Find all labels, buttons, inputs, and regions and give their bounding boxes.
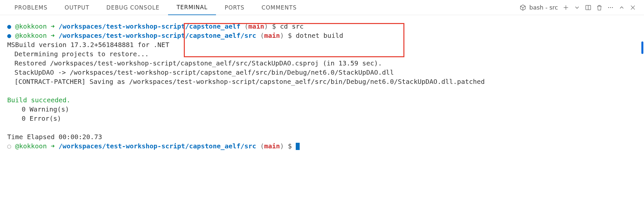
git-branch: main	[248, 22, 264, 30]
new-terminal-icon[interactable]	[563, 4, 569, 11]
paren-close: )	[280, 142, 284, 150]
prompt-arrow-icon: ➜	[51, 22, 54, 30]
paren-open: (	[245, 22, 248, 30]
trash-icon[interactable]	[596, 4, 603, 11]
status-dot-icon: ●	[7, 22, 11, 30]
prompt-user: @kokkoon	[15, 142, 47, 150]
prompt-path: /workspaces/test-workshop-script/capston…	[59, 22, 241, 30]
output-line: StackUpDAO -> /workspaces/test-workshop-…	[7, 68, 639, 77]
status-dot-icon: ●	[7, 32, 11, 39]
git-branch: main	[264, 142, 280, 150]
close-icon[interactable]	[630, 4, 636, 11]
output-line: 0 Error(s)	[7, 114, 639, 123]
svg-point-2	[610, 7, 611, 8]
tab-debug-console[interactable]: DEBUG CONSOLE	[98, 0, 168, 15]
prompt-dollar: $	[288, 142, 292, 150]
blank-line	[7, 86, 639, 95]
prompt-arrow-icon: ➜	[51, 32, 54, 39]
prompt-line-3: ○ @kokkoon ➜ /workspaces/test-workshop-s…	[7, 141, 639, 151]
output-line: MSBuild version 17.3.2+561848881 for .NE…	[7, 40, 639, 49]
terminal-toolbar: bash - src	[520, 4, 638, 11]
cube-icon	[520, 4, 526, 11]
prompt-arrow-icon: ➜	[51, 142, 54, 150]
tab-problems[interactable]: PROBLEMS	[6, 0, 56, 15]
output-line: 0 Warning(s)	[7, 105, 639, 114]
prompt-path: /workspaces/test-workshop-script/capston…	[59, 32, 256, 39]
prompt-dollar: $	[272, 22, 276, 30]
more-icon[interactable]	[607, 4, 614, 11]
chevron-down-icon[interactable]	[574, 4, 580, 11]
shell-picker[interactable]: bash - src	[520, 4, 558, 11]
prompt-path: /workspaces/test-workshop-script/capston…	[59, 142, 256, 150]
output-line: Time Elapsed 00:00:20.73	[7, 132, 639, 141]
shell-label: bash - src	[529, 4, 558, 11]
output-line: Determining projects to restore...	[7, 49, 639, 59]
status-dot-open-icon: ○	[7, 142, 11, 150]
tab-ports[interactable]: PORTS	[216, 0, 253, 15]
output-success: Build succeeded.	[7, 95, 639, 105]
paren-close: )	[264, 22, 268, 30]
prompt-user: @kokkoon	[15, 22, 47, 30]
git-branch: main	[264, 32, 280, 39]
paren-open: (	[260, 142, 264, 150]
prompt-line-2: ● @kokkoon ➜ /workspaces/test-workshop-s…	[7, 31, 639, 40]
split-terminal-icon[interactable]	[585, 4, 591, 11]
scrollbar-marker	[641, 41, 643, 54]
svg-point-1	[608, 7, 609, 8]
prompt-line-1: ● @kokkoon ➜ /workspaces/test-workshop-s…	[7, 22, 639, 31]
chevron-up-icon[interactable]	[618, 4, 625, 11]
paren-close: )	[280, 32, 284, 39]
output-line: Restored /workspaces/test-workshop-scrip…	[7, 59, 639, 68]
panel-tabs: PROBLEMS OUTPUT DEBUG CONSOLE TERMINAL P…	[0, 0, 644, 15]
prompt-user: @kokkoon	[15, 32, 47, 39]
tab-output[interactable]: OUTPUT	[56, 0, 98, 15]
tab-comments[interactable]: COMMENTS	[253, 0, 305, 15]
paren-open: (	[260, 32, 264, 39]
terminal-cursor	[296, 143, 300, 150]
svg-point-3	[612, 7, 613, 8]
blank-line	[7, 123, 639, 132]
tab-terminal[interactable]: TERMINAL	[168, 0, 216, 15]
terminal-output[interactable]: ● @kokkoon ➜ /workspaces/test-workshop-s…	[0, 15, 644, 200]
command-text: dotnet build	[296, 32, 343, 39]
prompt-dollar: $	[288, 32, 292, 39]
command-text: cd src	[280, 22, 304, 30]
output-line: [CONTRACT-PATCHER] Saving as /workspaces…	[7, 77, 639, 86]
